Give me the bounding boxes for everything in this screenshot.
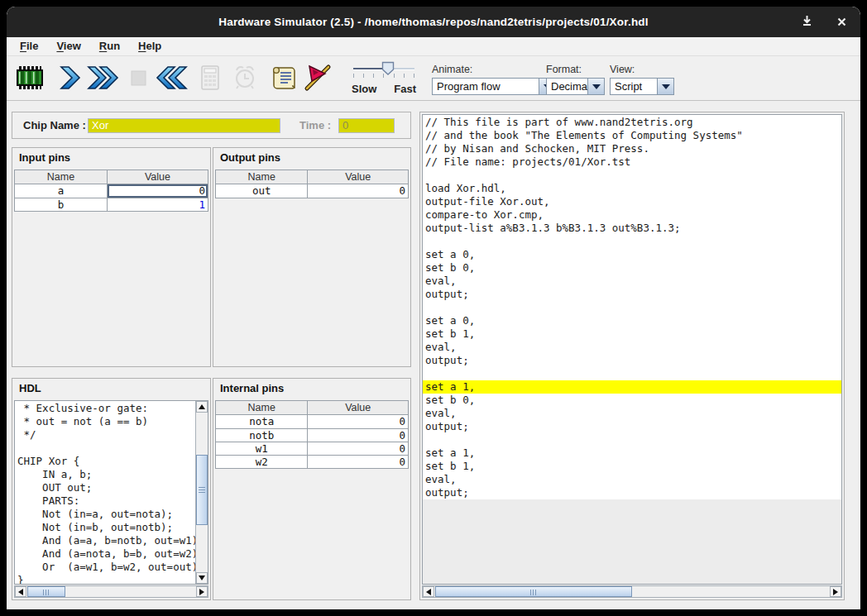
menu-view[interactable]: View (48, 38, 90, 55)
scrollbar-thumb[interactable] (435, 586, 632, 597)
scrollbar-track[interactable] (434, 586, 830, 597)
hdl-code: * Exclusive-or gate: * out = not (a == b… (15, 401, 208, 585)
script-line: set b 0, (423, 261, 841, 275)
column-header: Name (216, 170, 308, 184)
scrollbar-thumb[interactable] (27, 586, 65, 597)
pin-name: nota (216, 415, 308, 428)
title-bar: Hardware Simulator (2.5) - /home/thomas/… (7, 7, 860, 37)
script-line: output-file Xor.out, (423, 195, 841, 208)
slider-ticks (353, 74, 414, 78)
table-header: NameValue (216, 170, 408, 184)
script-line: // by Nisan and Schocken, MIT Press. (423, 142, 841, 155)
scroll-left-button[interactable] (423, 586, 434, 597)
scroll-up-button[interactable] (196, 401, 208, 413)
script-line: output; (423, 420, 841, 433)
menu-file[interactable]: File (12, 38, 48, 55)
column-header: Value (308, 401, 408, 414)
input-pins-panel: Input pins NameValuea0b1 (12, 147, 211, 367)
format-select[interactable]: Decimal (546, 78, 605, 95)
script-line: output; (423, 486, 841, 499)
chip-icon (14, 63, 46, 93)
hdl-horizontal-scrollbar[interactable] (14, 585, 208, 598)
chip-name-field[interactable]: Xor (88, 118, 280, 133)
script-line: eval, (423, 275, 841, 288)
minimize-button[interactable] (801, 17, 812, 28)
window-title: Hardware Simulator (2.5) - /home/thomas/… (218, 16, 649, 28)
format-group: Format: Decimal (546, 64, 605, 95)
script-horizontal-scrollbar[interactable] (422, 585, 842, 598)
scrollbar-track[interactable] (26, 586, 196, 597)
flag-icon (303, 63, 333, 93)
calculator-icon (195, 63, 225, 93)
script-line (423, 235, 841, 248)
menu-help[interactable]: Help (130, 38, 171, 55)
animate-value: Program flow (432, 78, 539, 95)
script-view: // This file is part of www.nand2tetris.… (422, 114, 842, 585)
menu-run[interactable]: Run (91, 38, 130, 55)
table-row: nota0 (216, 415, 408, 428)
script-line (423, 433, 841, 446)
script-line: set a 1, (423, 446, 841, 460)
script-line: output; (423, 288, 841, 301)
view-group: View: Script (610, 64, 674, 95)
speed-slider[interactable]: Slow Fast (352, 60, 416, 97)
script-line: load Xor.hdl, (423, 182, 841, 195)
chevron-down-icon[interactable] (657, 78, 674, 95)
slider-fast-label: Fast (394, 83, 416, 95)
minimize-icon (802, 15, 812, 30)
breakpoints-button[interactable] (300, 60, 335, 95)
script-line: compare-to Xor.cmp, (423, 208, 841, 222)
hdl-vertical-scrollbar[interactable] (195, 401, 208, 584)
table-row: out0 (216, 184, 408, 198)
output-pins-table: NameValueout0 (215, 170, 409, 198)
time-field: 0 (338, 118, 395, 133)
table-row: b1 (15, 198, 208, 211)
pin-name: b (15, 198, 108, 211)
pin-value[interactable]: 1 (108, 198, 208, 211)
script-line: output; (423, 354, 841, 367)
chip-header-bar: Chip Name : Xor Time : 0 (12, 112, 411, 139)
scroll-right-button[interactable] (196, 586, 208, 597)
scrollbar-thumb[interactable] (196, 455, 208, 525)
script-lines: // This file is part of www.nand2tetris.… (423, 115, 841, 499)
pin-name: w1 (216, 442, 308, 455)
hdl-title: HDL (12, 379, 210, 398)
table-row: notb0 (216, 428, 408, 442)
format-label: Format: (546, 64, 605, 75)
run-button[interactable] (85, 60, 120, 95)
pin-name: notb (216, 429, 308, 442)
internal-pins-table: NameValuenota0notb0w10w20 (215, 400, 409, 469)
animate-select[interactable]: Program flow (432, 78, 556, 95)
chevron-down-icon[interactable] (587, 78, 605, 95)
load-chip-button[interactable] (12, 60, 47, 95)
script-line (423, 367, 841, 380)
script-line: eval, (423, 473, 841, 486)
stop-icon (123, 63, 153, 93)
single-step-button[interactable] (51, 60, 86, 95)
scroll-right-button[interactable] (830, 586, 841, 597)
view-label: View: (610, 64, 674, 75)
column-header: Name (15, 170, 108, 184)
script-line: // and the book "The Elements of Computi… (423, 129, 841, 142)
reset-button[interactable] (155, 60, 189, 95)
script-line: eval, (423, 341, 841, 354)
script-line (423, 301, 841, 314)
pin-value: 0 (308, 184, 408, 198)
script-scroll-icon (269, 63, 299, 93)
column-header: Value (308, 170, 408, 184)
script-line: // File name: projects/01/Xor.tst (423, 155, 841, 169)
view-select[interactable]: Script (610, 78, 674, 95)
load-script-button[interactable] (266, 60, 301, 95)
pin-value: 0 (308, 429, 408, 442)
script-line: set b 1, (423, 460, 841, 473)
format-value: Decimal (546, 78, 587, 95)
input-pins-title: Input pins (12, 148, 210, 167)
hdl-panel: HDL * Exclusive-or gate: * out = not (a … (12, 378, 211, 600)
close-button[interactable] (836, 17, 847, 28)
scroll-down-button[interactable] (196, 572, 208, 584)
script-line (423, 169, 841, 182)
scroll-left-button[interactable] (15, 586, 26, 597)
column-header: Value (108, 170, 208, 184)
pin-value[interactable]: 0 (108, 184, 208, 198)
internal-pins-title: Internal pins (213, 379, 410, 398)
